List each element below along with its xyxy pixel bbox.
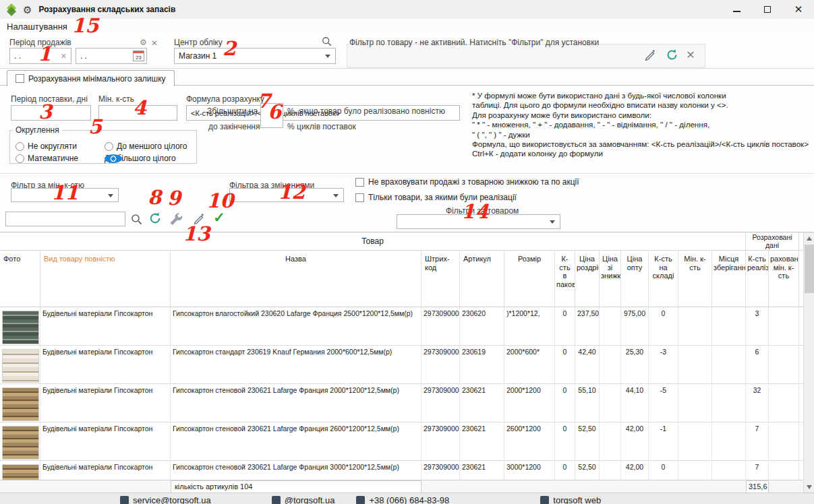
column-header-article[interactable]: Артикул — [460, 251, 504, 307]
table-row[interactable]: Будівельні матеріали ГіпсокартонГипсокар… — [0, 461, 803, 480]
column-header-price_discount[interactable]: Ціна зі знижкою — [600, 251, 621, 307]
column-header-price_opt[interactable]: Ціна опту — [621, 251, 649, 307]
scrollbar-thumb[interactable] — [805, 245, 814, 293]
column-header-price_retail[interactable]: Ціна роздрібн — [575, 251, 600, 307]
accounting-center-value: Магазин 1 — [179, 51, 216, 61]
filters-row: Фільтр за мін. к-стю Фільтра за змінення… — [0, 174, 814, 205]
table-row[interactable]: Будівельні матеріали ГіпсокартонГипсокар… — [0, 346, 803, 384]
cell-type: Будівельні матеріали Гіпсокартон — [40, 346, 171, 383]
close-button[interactable]: ✕ — [783, 0, 814, 19]
cell-stock_qty: -5 — [649, 384, 678, 422]
radio-option-3[interactable]: До більшого цілого — [105, 154, 176, 163]
app-logo-icon — [5, 3, 18, 15]
checkbox-icon[interactable] — [355, 193, 364, 202]
center-search-icon[interactable] — [320, 34, 333, 48]
column-header-stock_qty[interactable]: К-сть на складі — [649, 251, 678, 307]
vertical-scrollbar[interactable] — [803, 232, 814, 493]
cell-type: Будівельні матеріали Гіпсокартон — [40, 384, 171, 422]
table-row[interactable]: Будівельні матеріали ГіпсокартонГипсокар… — [0, 307, 803, 346]
column-header-min_qty[interactable]: Мін. к-сть — [678, 251, 712, 307]
search-input[interactable] — [5, 212, 125, 226]
product-photo — [2, 311, 39, 344]
tab-checkbox[interactable] — [16, 74, 24, 83]
cell-calc_min_qty — [769, 346, 799, 383]
cell-price_retail: 52,50 — [575, 422, 600, 460]
radio-option-0[interactable]: Не округляти — [16, 141, 77, 151]
tab-strip: Розрахування мінімального залишку — [0, 69, 814, 86]
refresh-icon[interactable] — [147, 210, 163, 226]
radio-icon[interactable] — [105, 154, 122, 163]
cell-type: Будівельні матеріали Гіпсокартон — [40, 307, 171, 345]
cell-storage — [712, 422, 746, 460]
date-to-input[interactable]: . . 23 — [76, 48, 147, 64]
accounting-center-select[interactable]: Магазин 1 — [174, 48, 336, 64]
column-header-storage[interactable]: Місця зберіганн — [712, 251, 746, 307]
cell-stock_qty: -1 — [649, 422, 678, 460]
radio-icon[interactable] — [16, 142, 24, 151]
radio-label: Не округляти — [28, 141, 77, 151]
filter-edit-pencil-icon[interactable] — [642, 46, 658, 63]
column-header-calc_min_qty[interactable]: рахована мін. к-сть — [769, 251, 799, 307]
rounding-label: Округлення — [13, 125, 62, 135]
cell-photo — [0, 422, 40, 460]
checkbox-icon[interactable] — [355, 178, 364, 187]
product-filter-select[interactable] — [397, 214, 560, 229]
radio-option-1[interactable]: Математичне — [16, 154, 78, 163]
search-toolbar: ✓ Фільтри за товаром — [0, 205, 814, 232]
articles-count: кількість артикулів 104 — [171, 480, 421, 493]
supply-period-label: Період поставки, дні — [11, 94, 88, 104]
changes-filter-select[interactable] — [229, 188, 344, 202]
radio-icon[interactable] — [105, 142, 113, 151]
tools-wrench-icon[interactable] — [168, 210, 184, 226]
date-from-clear-icon[interactable]: ✕ — [61, 52, 67, 61]
status-item: @torgsoft.ua — [272, 493, 335, 504]
min-qty-filter-select[interactable] — [11, 188, 119, 202]
column-header-size[interactable]: Розмір — [504, 251, 555, 307]
maximize-button[interactable] — [752, 0, 783, 19]
min-qty-input[interactable] — [98, 105, 177, 121]
period-clear-icon[interactable]: ✕ — [151, 39, 158, 47]
table-group-header: Товар Розраховані дані — [0, 232, 803, 251]
cell-pack_qty: 0 — [555, 461, 575, 480]
supply-period-input[interactable] — [11, 105, 91, 121]
scroll-down-icon[interactable] — [807, 485, 812, 489]
tab-min-stock-calculation[interactable]: Розрахування мінімального залишку — [7, 70, 175, 86]
filter-toolbar: Період продажів ⚙ ✕ . . ✕ . . 23 Центр о… — [0, 34, 814, 69]
period-gear-icon[interactable]: ⚙ — [140, 38, 147, 46]
increase-percent-input[interactable] — [260, 103, 283, 128]
edit-pencil-icon[interactable] — [191, 210, 207, 226]
minimize-button[interactable] — [721, 0, 752, 19]
chevron-down-icon — [325, 55, 330, 58]
cell-article: 230621 — [460, 384, 504, 422]
menu-settings[interactable]: Налаштування — [7, 22, 67, 32]
date-from-input[interactable]: . . ✕ — [9, 48, 71, 64]
column-header-photo[interactable]: Фото — [0, 251, 40, 307]
status-item: torgsoft web — [540, 493, 601, 504]
cell-price_opt: 44,10 — [621, 384, 649, 422]
cell-price_opt: 25,30 — [621, 346, 649, 383]
table-row[interactable]: Будівельні матеріали ГіпсокартонГипсокар… — [0, 384, 803, 422]
search-icon[interactable] — [128, 211, 144, 227]
calendar-icon[interactable]: 23 — [133, 51, 144, 61]
cell-size: 3000*1200 — [504, 461, 555, 480]
filter-refresh-icon[interactable] — [664, 46, 680, 63]
apply-check-icon[interactable]: ✓ — [211, 210, 227, 226]
column-header-type[interactable]: Вид товару повністю — [40, 251, 171, 307]
column-header-name[interactable]: Назва — [171, 251, 421, 307]
column-header-pack_qty[interactable]: К-сть в паковці — [555, 251, 575, 307]
column-header-sales_qty[interactable]: К-сть реалізац — [746, 251, 769, 307]
only-sold-checkbox[interactable]: Тільки товари, за якими були реалізації — [355, 193, 517, 202]
table-row[interactable]: Будівельні матеріали ГіпсокартонГипсокар… — [0, 422, 803, 461]
cell-size: )*1200*12, — [504, 307, 555, 345]
status-item-icon — [540, 496, 549, 504]
filter-clear-icon[interactable]: ✕ — [682, 46, 699, 63]
column-header-barcode[interactable]: Штрих-код — [421, 251, 460, 307]
radio-icon[interactable] — [16, 154, 24, 163]
exclude-discount-checkbox[interactable]: Не враховувати продажі з товарною знижко… — [355, 177, 579, 187]
cell-photo — [0, 307, 40, 345]
menu-bar: Налаштування — [0, 19, 814, 34]
cell-min_qty — [678, 422, 712, 460]
scroll-up-icon[interactable] — [807, 237, 812, 241]
cell-storage — [712, 307, 746, 345]
radio-option-2[interactable]: До меншого цілого — [105, 141, 187, 151]
